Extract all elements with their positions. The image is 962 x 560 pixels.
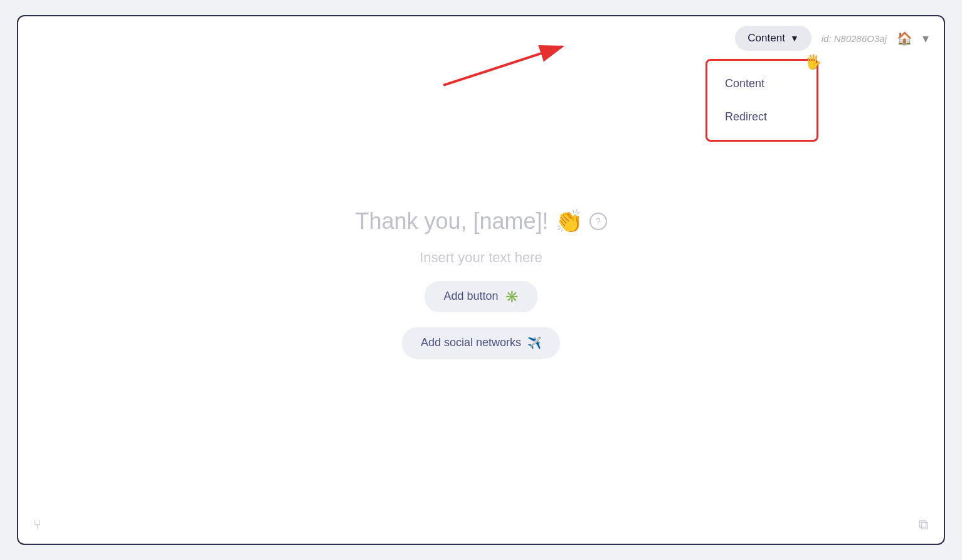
thank-you-heading: Thank you, [name]! 👏 ?	[355, 208, 606, 235]
insert-text-placeholder: Insert your text here	[420, 250, 542, 266]
copy-icon[interactable]: ⧉	[919, 517, 929, 533]
add-button-button[interactable]: Add button ✳️	[425, 281, 537, 312]
add-social-networks-button[interactable]: Add social networks ✈️	[402, 327, 560, 359]
content-dropdown-label: Content	[748, 32, 785, 45]
help-icon[interactable]: ?	[589, 213, 607, 230]
dropdown-item-redirect[interactable]: Redirect	[707, 100, 817, 134]
branch-icon: ⑂	[33, 517, 41, 533]
clapping-emoji: 👏	[555, 208, 583, 235]
app-window: Content ▼ id: N80286O3aj 🏠 ▾ Content Red…	[17, 15, 945, 545]
home-button[interactable]: 🏠	[897, 31, 912, 46]
dropdown-item-content[interactable]: Content	[707, 67, 817, 100]
chevron-down-icon: ▼	[790, 33, 799, 43]
home-icon: 🏠	[897, 31, 912, 45]
expand-button[interactable]: ▾	[922, 31, 929, 46]
id-label: id: N80286O3aj	[822, 33, 887, 44]
bottom-bar: ⑂ ⧉	[18, 506, 944, 544]
chevron-icon: ▾	[922, 31, 929, 45]
add-button-label: Add button	[443, 290, 498, 303]
heading-text: Thank you, [name]!	[355, 208, 548, 235]
content-dropdown-menu: Content Redirect	[706, 59, 818, 142]
click-icon: ✳️	[505, 290, 519, 304]
content-dropdown-button[interactable]: Content ▼	[735, 26, 811, 51]
add-social-label: Add social networks	[421, 336, 521, 349]
send-icon: ✈️	[527, 336, 541, 350]
top-bar: Content ▼ id: N80286O3aj 🏠 ▾	[18, 16, 944, 60]
